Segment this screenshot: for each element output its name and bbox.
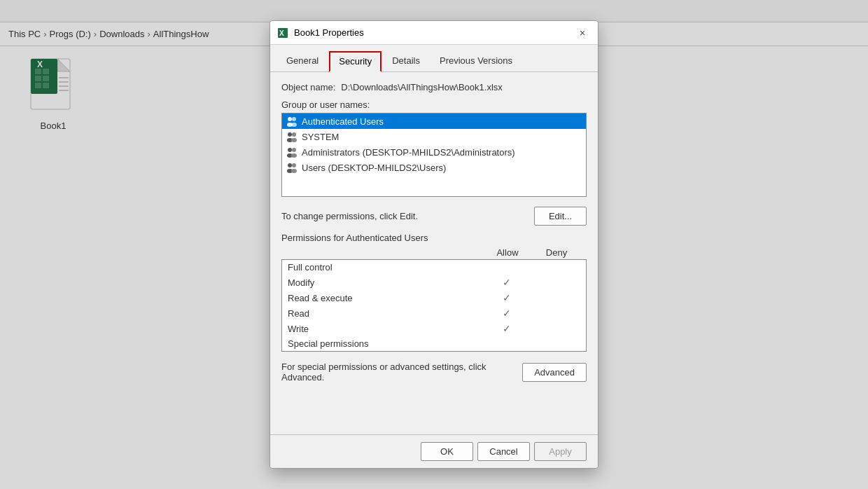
user-name-administrators: Administrators (DESKTOP-MHILDS2\Administ…: [302, 147, 515, 158]
user-item-authenticated[interactable]: Authenticated Users: [282, 113, 586, 129]
dialog-title-icon: X: [277, 27, 288, 39]
perm-allow-read-execute: ✓: [482, 292, 531, 303]
perm-header-deny: Deny: [532, 247, 581, 258]
permissions-header: Allow Deny: [281, 246, 587, 259]
object-name-label: Object name:: [281, 82, 335, 92]
dialog-content: Object name: D:\Downloads\AllThingsHow\B…: [270, 72, 598, 434]
change-permissions-row: To change permissions, click Edit. Edit.…: [281, 207, 587, 226]
dialog-title: Book1 Properties: [294, 27, 574, 38]
perm-header-name: [287, 247, 483, 258]
dialog-close-button[interactable]: ×: [574, 25, 591, 41]
perm-allow-write: ✓: [482, 323, 531, 334]
svg-point-18: [292, 117, 296, 121]
object-name-row: Object name: D:\Downloads\AllThingsHow\B…: [281, 82, 587, 92]
tab-bar: General Security Details Previous Versio…: [270, 45, 598, 72]
user-item-system[interactable]: SYSTEM: [282, 129, 586, 144]
group-users-section: Group or user names: Authenticated Users: [281, 99, 587, 197]
users-list[interactable]: Authenticated Users SYSTEM: [281, 113, 587, 197]
svg-text:X: X: [279, 29, 284, 37]
user-group-icon-administrators: [286, 146, 298, 158]
user-name-authenticated: Authenticated Users: [302, 116, 384, 127]
svg-point-24: [288, 148, 292, 152]
advanced-button[interactable]: Advanced: [522, 363, 587, 382]
group-users-label: Group or user names:: [281, 99, 587, 110]
change-permissions-text: To change permissions, click Edit.: [281, 211, 526, 221]
permissions-section: Permissions for Authenticated Users Allo…: [281, 233, 587, 352]
dialog-overlay: X Book1 Properties × General Security De…: [0, 0, 868, 489]
permissions-table: Full control Modify ✓ Read & execute ✓: [281, 259, 587, 352]
perm-row-full-control: Full control: [282, 260, 586, 275]
svg-point-20: [288, 132, 292, 137]
svg-point-19: [291, 123, 297, 127]
user-name-system: SYSTEM: [302, 132, 339, 142]
perm-row-write: Write ✓: [282, 321, 586, 336]
svg-point-22: [292, 132, 296, 137]
svg-point-23: [291, 138, 297, 142]
svg-point-26: [292, 148, 296, 152]
tab-security[interactable]: Security: [329, 51, 382, 72]
user-item-administrators[interactable]: Administrators (DESKTOP-MHILDS2\Administ…: [282, 144, 586, 160]
tab-previous-versions[interactable]: Previous Versions: [430, 51, 522, 72]
svg-point-31: [291, 169, 297, 173]
user-name-users: Users (DESKTOP-MHILDS2\Users): [302, 163, 446, 173]
properties-dialog: X Book1 Properties × General Security De…: [270, 20, 598, 469]
user-group-icon-users: [286, 162, 298, 173]
user-item-users[interactable]: Users (DESKTOP-MHILDS2\Users): [282, 160, 586, 175]
tab-details[interactable]: Details: [383, 51, 429, 72]
user-group-icon-authenticated: [286, 116, 298, 127]
perm-name-read-execute: Read & execute: [288, 293, 482, 303]
perm-allow-read: ✓: [482, 308, 531, 319]
perm-name-full-control: Full control: [288, 262, 482, 273]
dialog-titlebar: X Book1 Properties ×: [270, 21, 598, 45]
svg-point-27: [291, 153, 297, 158]
perm-name-read: Read: [288, 308, 482, 319]
perm-row-modify: Modify ✓: [282, 275, 586, 290]
advanced-text: For special permissions or advanced sett…: [281, 361, 514, 383]
perm-allow-modify: ✓: [482, 277, 531, 288]
edit-button[interactable]: Edit...: [534, 207, 587, 226]
apply-button[interactable]: Apply: [534, 442, 587, 461]
tab-general[interactable]: General: [277, 51, 328, 72]
perm-row-read: Read ✓: [282, 305, 586, 321]
perm-row-special: Special permissions: [282, 336, 586, 351]
perm-name-special: Special permissions: [288, 338, 482, 349]
permissions-for-label: Permissions for Authenticated Users: [281, 233, 587, 243]
perm-name-write: Write: [288, 324, 482, 334]
object-name-value: D:\Downloads\AllThingsHow\Book1.xlsx: [341, 82, 502, 92]
svg-point-16: [288, 117, 292, 121]
perm-row-read-execute: Read & execute ✓: [282, 290, 586, 305]
dialog-footer: OK Cancel Apply: [270, 434, 598, 468]
perm-header-allow: Allow: [483, 247, 532, 258]
user-group-icon-system: [286, 131, 298, 142]
advanced-section: For special permissions or advanced sett…: [281, 361, 587, 383]
cancel-button[interactable]: Cancel: [477, 442, 530, 461]
ok-button[interactable]: OK: [421, 442, 473, 461]
perm-name-modify: Modify: [288, 277, 482, 288]
svg-point-28: [288, 163, 292, 167]
svg-point-30: [292, 163, 296, 167]
